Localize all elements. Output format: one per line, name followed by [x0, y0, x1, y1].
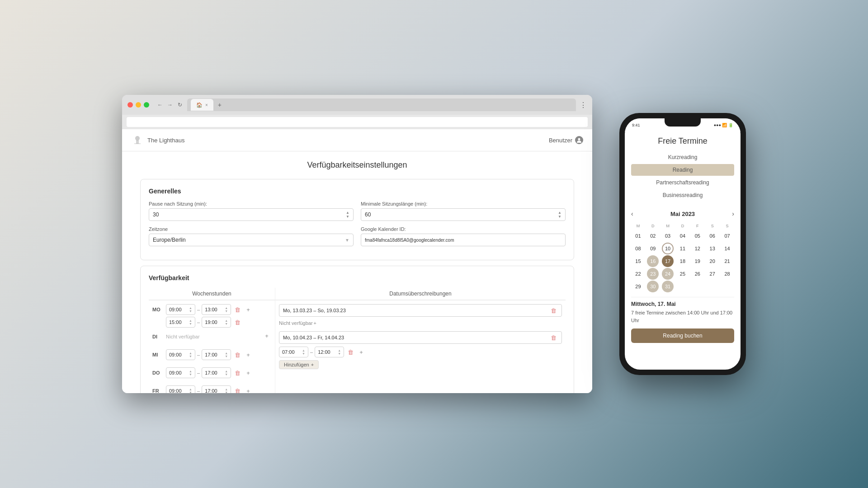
override-1-box[interactable]: Mo, 13.03.23 – So, 19.03.23 🗑: [279, 304, 562, 317]
mi-end-1[interactable]: 17:00 ▲▼: [202, 349, 231, 360]
spinner-up-icon[interactable]: ▲: [558, 211, 561, 215]
time-spinner[interactable]: ▲▼: [302, 349, 305, 355]
delete-slot-icon[interactable]: 🗑: [233, 305, 242, 314]
cal-day-20[interactable]: 20: [707, 255, 718, 267]
cal-day-24[interactable]: 24: [662, 268, 674, 280]
cal-day-15[interactable]: 15: [632, 255, 644, 267]
cal-day-13[interactable]: 13: [707, 243, 718, 254]
cal-day-11[interactable]: 11: [677, 243, 689, 254]
mo-end-1[interactable]: 13:00 ▲▼: [202, 304, 231, 315]
time-spinner[interactable]: ▲▼: [189, 352, 192, 358]
address-bar[interactable]: [127, 117, 588, 127]
new-tab-button[interactable]: +: [215, 100, 224, 109]
cal-day-21[interactable]: 21: [722, 255, 733, 267]
mi-start-1[interactable]: 09:00 ▲▼: [166, 349, 195, 360]
cal-day-17[interactable]: 17: [662, 255, 674, 267]
cal-day-18[interactable]: 18: [677, 255, 689, 267]
fr-start-1[interactable]: 09:00 ▲▼: [166, 385, 195, 393]
cal-day-03[interactable]: 03: [662, 230, 674, 242]
next-month-button[interactable]: ›: [732, 210, 734, 217]
override-2-end[interactable]: 12:00 ▲▼: [315, 347, 344, 357]
service-tab-partnerschaft[interactable]: Partnerschaftsreading: [631, 177, 734, 188]
pause-input[interactable]: 30 ▲ ▼: [149, 208, 354, 221]
delete-slot-icon[interactable]: 🗑: [233, 368, 242, 377]
override-2-box[interactable]: Mo, 10.04.23 – Fr, 14.04.23 🗑: [279, 331, 562, 344]
cal-day-16[interactable]: 16: [647, 255, 659, 267]
close-button[interactable]: [127, 102, 133, 108]
add-slot-icon[interactable]: +: [244, 368, 253, 377]
cal-day-31[interactable]: 31: [662, 281, 674, 292]
mo-start-2[interactable]: 15:00 ▲▼: [166, 317, 195, 328]
delete-slot-icon[interactable]: 🗑: [233, 350, 242, 359]
mo-start-1[interactable]: 09:00 ▲▼: [166, 304, 195, 315]
time-spinner[interactable]: ▲▼: [338, 349, 341, 355]
spinner-down-icon[interactable]: ▼: [346, 215, 349, 219]
time-spinner[interactable]: ▲▼: [189, 388, 192, 393]
time-spinner[interactable]: ▲▼: [189, 306, 192, 313]
cal-day-04[interactable]: 04: [677, 230, 689, 242]
do-end-1[interactable]: 17:00 ▲▼: [202, 367, 231, 378]
delete-slot-icon[interactable]: 🗑: [233, 386, 242, 393]
add-slot-icon[interactable]: +: [244, 386, 253, 393]
browser-menu-icon[interactable]: ⋮: [580, 101, 587, 109]
cal-day-19[interactable]: 19: [692, 255, 703, 267]
cal-day-10[interactable]: 10: [662, 243, 674, 254]
cal-day-14[interactable]: 14: [722, 243, 733, 254]
minimize-button[interactable]: [136, 102, 141, 108]
back-button[interactable]: ←: [156, 101, 164, 108]
cal-day-22[interactable]: 22: [632, 268, 644, 280]
time-spinner[interactable]: ▲▼: [189, 370, 192, 376]
browser-tab[interactable]: 🏠 ×: [191, 99, 213, 111]
delete-override-2-icon[interactable]: 🗑: [549, 333, 558, 342]
override-2-start[interactable]: 07:00 ▲▼: [279, 347, 308, 357]
cal-day-23[interactable]: 23: [647, 268, 659, 280]
service-tab-business[interactable]: Businessreading: [631, 189, 734, 201]
cal-day-27[interactable]: 27: [707, 268, 718, 280]
time-spinner[interactable]: ▲▼: [225, 370, 228, 376]
cal-day-09[interactable]: 09: [647, 243, 659, 254]
pause-spinner[interactable]: ▲ ▼: [346, 211, 349, 219]
not-available-add-link[interactable]: Nicht verfügbar +: [279, 319, 562, 327]
cal-day-12[interactable]: 12: [692, 243, 703, 254]
time-spinner[interactable]: ▲▼: [225, 306, 228, 313]
mo-end-2[interactable]: 19:00 ▲▼: [202, 317, 231, 328]
add-slot-icon[interactable]: +: [244, 350, 253, 359]
time-spinner[interactable]: ▲▼: [225, 388, 228, 393]
cal-day-30[interactable]: 30: [647, 281, 659, 292]
service-tab-kurzreading[interactable]: Kurzreading: [631, 151, 734, 163]
delete-time-slot-icon[interactable]: 🗑: [346, 347, 355, 357]
cal-day-25[interactable]: 25: [677, 268, 689, 280]
book-button[interactable]: Reading buchen: [631, 328, 734, 343]
time-spinner[interactable]: ▲▼: [189, 319, 192, 325]
spinner-up-icon[interactable]: ▲: [346, 211, 349, 215]
cal-day-06[interactable]: 06: [707, 230, 718, 242]
add-time-slot-icon[interactable]: +: [357, 347, 366, 357]
delete-slot-icon[interactable]: 🗑: [233, 318, 242, 327]
spinner-down-icon[interactable]: ▼: [558, 215, 561, 219]
forward-button[interactable]: →: [166, 101, 174, 108]
add-slot-icon[interactable]: +: [244, 305, 253, 314]
tab-close-icon[interactable]: ×: [205, 103, 208, 108]
prev-month-button[interactable]: ‹: [631, 210, 633, 217]
user-area[interactable]: Benutzer: [549, 136, 583, 144]
cal-day-05[interactable]: 05: [692, 230, 703, 242]
fr-end-1[interactable]: 17:00 ▲▼: [202, 385, 231, 393]
cal-day-01[interactable]: 01: [632, 230, 644, 242]
delete-override-1-icon[interactable]: 🗑: [549, 306, 558, 315]
timezone-input[interactable]: Europe/Berlin ▼: [149, 234, 354, 246]
cal-day-07[interactable]: 07: [722, 230, 733, 242]
add-slot-di-icon[interactable]: +: [262, 331, 271, 340]
google-cal-input[interactable]: fma84fafnca18d8I5A0@googlecalender.com: [361, 234, 566, 246]
service-tab-reading[interactable]: Reading: [631, 164, 734, 176]
min-duration-spinner[interactable]: ▲ ▼: [558, 211, 561, 219]
cal-day-02[interactable]: 02: [647, 230, 659, 242]
maximize-button[interactable]: [144, 102, 149, 108]
refresh-button[interactable]: ↻: [176, 101, 184, 108]
min-duration-input[interactable]: 60 ▲ ▼: [361, 208, 566, 221]
time-spinner[interactable]: ▲▼: [225, 352, 228, 358]
do-start-1[interactable]: 09:00 ▲▼: [166, 367, 195, 378]
cal-day-29[interactable]: 29: [632, 281, 644, 292]
hinzufuegen-button[interactable]: Hinzufügen +: [279, 360, 319, 369]
cal-day-28[interactable]: 28: [722, 268, 733, 280]
cal-day-26[interactable]: 26: [692, 268, 703, 280]
